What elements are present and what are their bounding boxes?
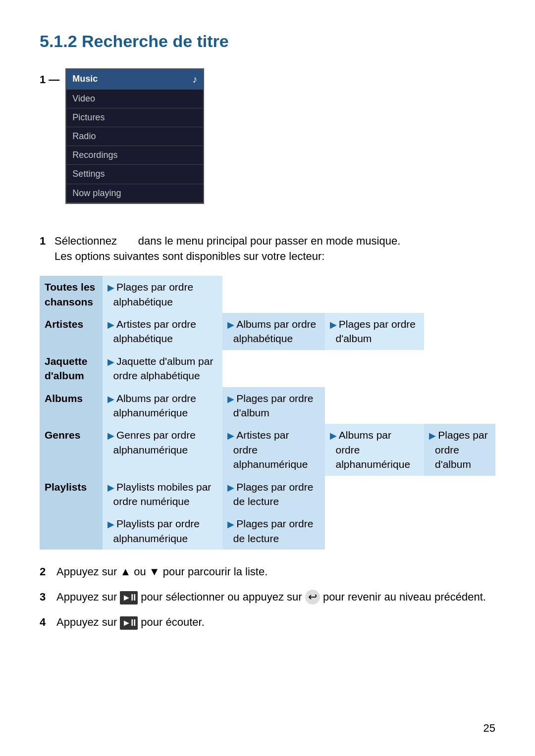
menu-item-music: Music ♪ [66,69,203,90]
page-number: 25 [483,721,495,736]
row-item: ▶Albums par ordre alphanumérique [103,387,222,424]
menu-item-radio: Radio [66,127,203,146]
back-icon: ↩ [305,590,320,605]
arrow-icon: ▶ [227,519,234,529]
step3: 3 Appuyez sur ►II pour sélectionner ou a… [40,590,495,605]
step4-text: Appuyez sur ►II pour écouter. [56,615,205,630]
arrow-icon: ▶ [107,483,114,493]
navigation-table: Toutes leschansons ▶Plages par ordre alp… [40,276,495,550]
row-item: ▶Plages par ordre d'album [222,387,325,424]
menu-label-video: Video [72,93,95,105]
menu-screenshot: Music ♪ Video Pictures Radio Recordings … [65,68,204,204]
arrow-icon: ▶ [330,431,337,441]
step4-num: 4 [40,615,54,630]
step3-num: 3 [40,590,54,605]
arrow-icon: ▶ [107,431,114,441]
step1-text: Sélectionnez dans le menu principal pour… [54,234,495,264]
table-row: Albums ▶Albums par ordre alphanumérique … [40,387,495,424]
step3-text: Appuyez sur ►II pour sélectionner ou app… [56,590,486,605]
row-item: ▶Plages par ordre de lecture [222,512,325,550]
row-item: ▶Playlists par ordre alphanumérique [103,512,222,550]
step-marker-1: 1 — [40,72,59,88]
row-item: ▶Plages par ordre d'album [424,424,495,475]
row-item: ▶Plages par ordre alphabétique [103,276,222,313]
menu-item-video: Video [66,90,203,108]
row-label-albums: Albums [40,387,103,424]
arrow-icon: ▶ [107,357,114,367]
row-label-toutes: Toutes leschansons [40,276,103,313]
arrow-icon: ▶ [429,431,436,441]
menu-label-settings: Settings [72,168,105,180]
step2: 2 Appuyez sur ▲ ou ▼ pour parcourir la l… [40,564,495,580]
step1-intro: 1 Sélectionnez dans le menu principal po… [40,234,495,264]
menu-label-music: Music [72,73,98,85]
row-item: ▶Genres par ordre alphanumérique [103,424,222,475]
row-item: ▶Jaquette d'album par ordre alphabétique [103,350,222,387]
row-item: ▶Albums par ordre alphanumérique [325,424,425,475]
arrow-icon: ▶ [107,394,114,404]
table-row: Toutes leschansons ▶Plages par ordre alp… [40,276,495,313]
play-pause-icon: ►II [120,591,138,605]
table-row: ▶Playlists par ordre alphanumérique ▶Pla… [40,512,495,550]
menu-item-settings: Settings [66,165,203,184]
table-row: Genres ▶Genres par ordre alphanumérique … [40,424,495,475]
page-title: 5.1.2 Recherche de titre [40,30,495,53]
row-label-playlists: Playlists [40,476,103,550]
step2-text: Appuyez sur ▲ ou ▼ pour parcourir la lis… [56,564,268,580]
menu-label-radio: Radio [72,130,96,143]
row-item: ▶Plages par ordre d'album [325,313,425,350]
menu-item-nowplaying: Now playing [66,184,203,203]
arrow-icon: ▶ [227,483,234,493]
row-item: ▶Albums par ordre alphabétique [222,313,325,350]
row-label-genres: Genres [40,424,103,475]
arrow-icon: ▶ [330,320,337,330]
music-icon: ♪ [192,72,197,86]
menu-item-recordings: Recordings [66,146,203,165]
row-label-artistes: Artistes [40,313,103,350]
row-item: ▶Artistes par ordre alphabétique [103,313,222,350]
play-pause-icon-2: ►II [120,616,138,630]
arrow-icon: ▶ [107,320,114,330]
step4: 4 Appuyez sur ►II pour écouter. [40,615,495,630]
row-item: ▶Artistes par ordre alphanumérique [222,424,325,475]
arrow-icon: ▶ [227,394,234,404]
table-row: Artistes ▶Artistes par ordre alphabétiqu… [40,313,495,350]
step1-num: 1 [40,234,50,249]
arrow-icon: ▶ [227,320,234,330]
menu-label-nowplaying: Now playing [72,187,121,200]
arrow-icon: ▶ [227,431,234,441]
row-item: ▶Plages par ordre de lecture [222,476,325,513]
row-label-jaquette: Jaquetted'album [40,350,103,387]
step2-num: 2 [40,564,54,580]
row-item: ▶Playlists mobiles par ordre numérique [103,476,222,513]
menu-label-pictures: Pictures [72,111,105,124]
menu-label-recordings: Recordings [72,149,117,161]
table-row: Playlists ▶Playlists mobiles par ordre n… [40,476,495,513]
table-row: Jaquetted'album ▶Jaquette d'album par or… [40,350,495,387]
menu-item-pictures: Pictures [66,108,203,127]
arrow-icon: ▶ [107,519,114,529]
arrow-icon: ▶ [107,283,114,293]
